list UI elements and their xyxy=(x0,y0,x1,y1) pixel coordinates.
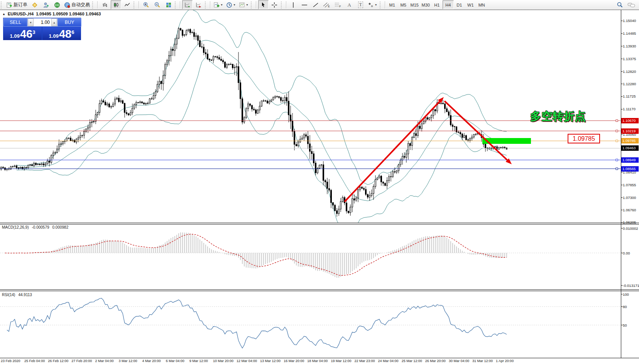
time-axis-label: 26 Mar 20:00 xyxy=(425,359,446,363)
macd-name: MACD(12,26,9) xyxy=(2,225,29,229)
search-button[interactable] xyxy=(615,0,625,9)
timeframe-w1[interactable]: W1 xyxy=(465,0,476,9)
templates-button[interactable]: ▼ xyxy=(238,0,250,9)
time-axis-label: 4 Mar 20:00 xyxy=(142,359,161,363)
wizard-button[interactable] xyxy=(29,0,40,9)
price-axis-tick: 1.11170 xyxy=(623,107,636,111)
time-axis-label: 3 Mar 12:00 xyxy=(119,359,137,363)
volume-increase-button[interactable]: ▲ xyxy=(51,19,57,26)
toolbar-grip[interactable] xyxy=(205,2,207,8)
price-axis-badge: 1.09463 xyxy=(621,145,639,151)
zoom-out-button[interactable] xyxy=(152,0,162,9)
auto-scroll-button[interactable] xyxy=(182,0,193,9)
timeframe-m1[interactable]: M1 xyxy=(387,0,398,9)
buy-price-sup: 6 xyxy=(71,29,74,35)
autotrading-label: 自动交易 xyxy=(71,2,90,8)
volume-control: ▼ ▲ xyxy=(27,18,57,27)
price-axis-tick: 1.12280 xyxy=(623,82,636,86)
indicators-icon xyxy=(213,2,220,8)
line-chart-icon xyxy=(124,2,130,8)
toolbar-grip[interactable] xyxy=(1,2,3,8)
timeframe-mn[interactable]: MN xyxy=(476,0,487,9)
text-button[interactable]: A xyxy=(344,0,355,9)
price-axis-tick: 1.06205 xyxy=(623,220,636,224)
text-label-icon: T xyxy=(358,2,363,8)
buy-button[interactable]: BUY xyxy=(57,18,81,27)
toolbar-grip[interactable] xyxy=(175,2,177,8)
time-axis-label: 10 Mar 20:00 xyxy=(213,359,233,363)
price-tag-label[interactable]: 1.09785 xyxy=(568,134,600,143)
volume-decrease-button[interactable]: ▼ xyxy=(28,19,34,26)
separator xyxy=(256,1,257,8)
macd-axis-tick: -0.013171 xyxy=(623,283,639,288)
bar-chart-button[interactable] xyxy=(100,0,110,9)
chat-button[interactable] xyxy=(626,0,636,9)
rsi-axis-tick: 80 xyxy=(623,305,627,309)
price-axis-tick: 1.07300 xyxy=(623,195,636,200)
buy-price[interactable]: 1.09 48 6 xyxy=(42,27,81,40)
trendline-button[interactable] xyxy=(311,0,321,9)
autotrading-icon xyxy=(64,2,70,8)
horizontal-line-button[interactable] xyxy=(299,0,310,9)
price-axis-badge: 1.08949 xyxy=(621,157,639,163)
cursor-button[interactable] xyxy=(258,0,269,9)
toolbar-grip[interactable] xyxy=(281,2,283,8)
chart-shift-button[interactable] xyxy=(193,0,204,9)
separator xyxy=(139,1,139,8)
price-axis-tick: 1.11725 xyxy=(623,94,636,98)
line-chart-button[interactable] xyxy=(122,0,132,9)
collapse-icon[interactable]: ▲ xyxy=(2,12,5,16)
buy-price-big: 48 xyxy=(59,29,71,40)
volume-input[interactable] xyxy=(34,19,51,26)
time-axis-label: 27 Feb 20:00 xyxy=(71,359,92,363)
macd-value-1: -0.000579 xyxy=(32,225,49,229)
price-axis-badge: 1.09785 xyxy=(621,138,639,143)
fibonacci-button[interactable]: F xyxy=(333,0,343,9)
sell-price[interactable]: 1.09 46 3 xyxy=(3,27,42,40)
profile-icon xyxy=(43,2,49,8)
timeframe-h4[interactable]: H4 xyxy=(443,0,454,9)
timeframe-d1[interactable]: D1 xyxy=(454,0,465,9)
macd-value-2: 0.000982 xyxy=(52,225,69,229)
new-order-button[interactable]: 新订单 xyxy=(5,0,29,9)
zoom-in-button[interactable] xyxy=(141,0,151,9)
periods-button[interactable]: ▼ xyxy=(225,0,237,9)
vertical-line-icon xyxy=(291,2,296,8)
sell-button[interactable]: SELL xyxy=(3,18,27,27)
toolbar-grip[interactable] xyxy=(251,2,253,8)
time-axis-label: 1 Apr 20:00 xyxy=(496,359,514,363)
toolbar-grip[interactable] xyxy=(380,2,382,8)
signals-button[interactable] xyxy=(52,0,62,9)
arrows-button[interactable]: ▼ xyxy=(367,0,379,9)
toolbar-grip[interactable] xyxy=(134,2,136,8)
time-axis-label: 9 Mar 12:00 xyxy=(189,359,208,363)
time-axis-label: 13 Mar 12:00 xyxy=(260,359,281,363)
time-axis-label: 31 Mar 12:00 xyxy=(472,359,493,363)
crosshair-button[interactable] xyxy=(269,0,280,9)
equidistant-channel-button[interactable]: E xyxy=(322,0,332,9)
macd-axis-tick: 0.00 xyxy=(623,251,630,255)
toolbar-grip[interactable] xyxy=(92,2,95,8)
tile-windows-button[interactable] xyxy=(163,0,174,9)
text-label-button[interactable]: T xyxy=(355,0,366,9)
timeframe-h1[interactable]: H1 xyxy=(431,0,443,9)
indicators-button[interactable]: ▼ xyxy=(212,0,224,9)
time-axis-label: 19 Mar 12:00 xyxy=(331,359,351,363)
periods-icon xyxy=(226,2,232,8)
text-icon: A xyxy=(348,2,351,8)
profile-button[interactable] xyxy=(41,0,51,9)
buy-price-base: 1.09 xyxy=(49,33,59,40)
timeframe-m5[interactable]: M5 xyxy=(398,0,409,9)
chart-canvas[interactable] xyxy=(0,0,639,364)
auto-scroll-icon xyxy=(184,2,191,8)
timeframe-m15[interactable]: M15 xyxy=(409,0,420,9)
time-axis-label: 18 Mar 04:00 xyxy=(307,359,328,363)
symbol-ohlc: 1.09495 1.09509 1.09460 1.09463 xyxy=(36,12,101,16)
chart-shift-icon xyxy=(196,2,202,8)
crosshair-icon xyxy=(271,2,277,8)
autotrading-button[interactable]: 自动交易 xyxy=(63,0,91,9)
timeframe-m30[interactable]: M30 xyxy=(420,0,431,9)
vertical-line-button[interactable] xyxy=(288,0,299,9)
candlestick-chart-button[interactable] xyxy=(111,0,121,9)
dropdown-caret: ▼ xyxy=(246,3,248,6)
